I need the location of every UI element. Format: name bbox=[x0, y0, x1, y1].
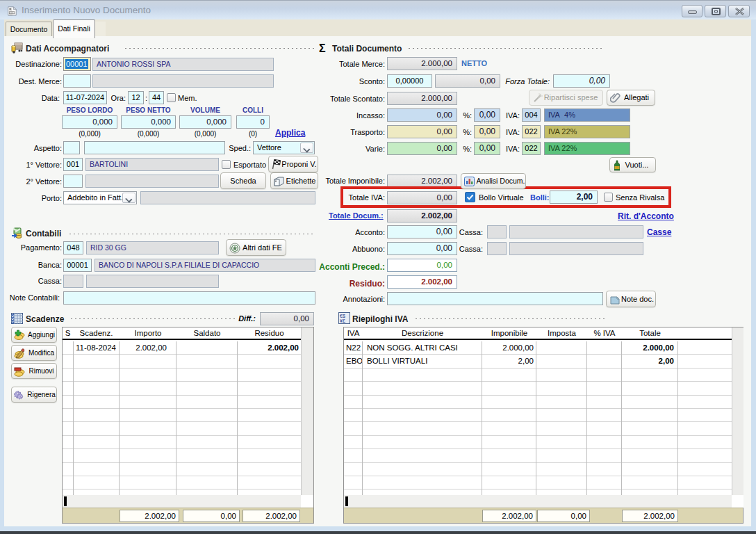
svg-text:€$: €$ bbox=[340, 314, 345, 318]
svg-text:¥£: ¥£ bbox=[340, 318, 345, 323]
